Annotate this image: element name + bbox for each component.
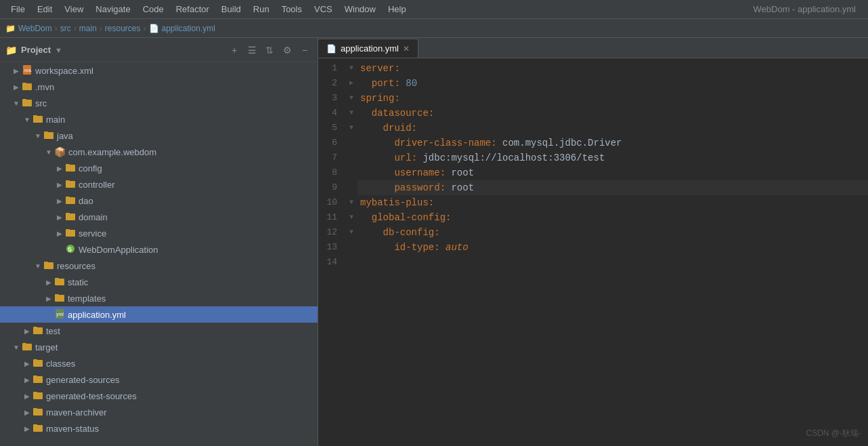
tree-arrow-workspace[interactable]: ▶: [11, 62, 22, 79]
tree-arrow-controller[interactable]: ▶: [54, 176, 65, 192]
tree-item-dao[interactable]: ▶dao: [0, 192, 318, 209]
line-num-13: 13: [322, 240, 337, 255]
breadcrumb-src[interactable]: src: [60, 24, 71, 33]
menu-code[interactable]: Code: [137, 2, 169, 16]
tree-arrow-resources[interactable]: ▼: [32, 258, 43, 274]
tree-icon-application.yml: yml: [54, 308, 65, 321]
tree-item-test[interactable]: ▶test: [0, 323, 318, 339]
tree-arrow-src[interactable]: ▼: [11, 95, 22, 111]
tree-arrow-service[interactable]: ▶: [54, 225, 65, 241]
code-area[interactable]: 1234567891011121314 ▼▶▼▼▼▼▼▼ server: por…: [318, 58, 868, 446]
code-line-6[interactable]: driver-class-name: com.mysql.jdbc.Driver: [357, 136, 868, 150]
tree-arrow-generated-test-sources[interactable]: ▶: [22, 388, 32, 404]
tree-item-maven-status[interactable]: ▶maven-status: [0, 420, 318, 437]
menu-help[interactable]: Help: [383, 2, 412, 16]
code-line-4[interactable]: datasource:: [357, 106, 868, 121]
menu-run[interactable]: Run: [248, 2, 275, 16]
code-line-1[interactable]: server:: [357, 61, 868, 76]
breadcrumb-webdom[interactable]: WebDom: [18, 24, 52, 33]
layout-button[interactable]: ☰: [244, 43, 259, 58]
tree-arrow-templates[interactable]: ▶: [43, 290, 54, 306]
code-line-14[interactable]: [357, 255, 868, 270]
code-line-9[interactable]: password: root: [357, 180, 868, 195]
tab-application-yml[interactable]: 📄 application.yml ✕: [318, 39, 418, 58]
tree-item-com.example.webdom[interactable]: ▼📦com.example.webdom: [0, 144, 318, 160]
code-line-10[interactable]: mybatis-plus:: [357, 195, 868, 210]
tree-item-maven-archiver[interactable]: ▶maven-archiver: [0, 404, 318, 420]
code-line-7[interactable]: url: jdbc:mysql://localhost:3306/test: [357, 150, 868, 165]
tree-arrow-main[interactable]: ▼: [22, 111, 32, 127]
menu-refactor[interactable]: Refactor: [171, 2, 215, 16]
breadcrumb-resources[interactable]: resources: [105, 24, 141, 33]
menu-vcs[interactable]: VCS: [309, 2, 338, 16]
breadcrumb-main[interactable]: main: [79, 24, 97, 33]
tree-arrow-dao[interactable]: ▶: [54, 192, 65, 209]
tree-item-java[interactable]: ▼java: [0, 127, 318, 144]
tree-item-src[interactable]: ▼src: [0, 95, 318, 111]
add-button[interactable]: +: [227, 43, 242, 58]
tree-item-generated-sources[interactable]: ▶generated-sources: [0, 371, 318, 388]
menu-tools[interactable]: Tools: [276, 2, 307, 16]
fold-icon-12[interactable]: ▼: [345, 225, 357, 240]
menu-window[interactable]: Window: [339, 2, 381, 16]
menu-edit[interactable]: Edit: [32, 2, 58, 16]
code-line-2[interactable]: port: 80: [357, 76, 868, 91]
tree-item-service[interactable]: ▶service: [0, 225, 318, 241]
tree-arrow-mvn[interactable]: ▶: [11, 79, 22, 95]
fold-icon-4[interactable]: ▼: [345, 106, 357, 121]
svg-rect-41: [33, 408, 37, 410]
svg-rect-11: [66, 164, 70, 166]
tree-icon-com.example.webdom: 📦: [54, 146, 66, 157]
menu-view[interactable]: View: [59, 2, 89, 16]
tree-arrow-domain[interactable]: ▶: [54, 209, 65, 225]
fold-icon-3[interactable]: ▼: [345, 91, 357, 106]
tree-arrow-com.example.webdom[interactable]: ▼: [43, 144, 54, 160]
tree-arrow-java[interactable]: ▼: [32, 127, 43, 144]
tree-arrow-maven-archiver[interactable]: ▶: [22, 404, 32, 420]
fold-icon-1[interactable]: ▼: [345, 61, 357, 76]
code-line-3[interactable]: spring:: [357, 91, 868, 106]
code-line-11[interactable]: global-config:: [357, 210, 868, 225]
code-lines[interactable]: server: port: 80spring: datasource: drui…: [357, 58, 868, 446]
tree-item-domain[interactable]: ▶domain: [0, 209, 318, 225]
tree-arrow-test[interactable]: ▶: [22, 323, 32, 339]
breadcrumb-filename[interactable]: application.yml: [162, 24, 215, 33]
fold-icon-11[interactable]: ▼: [345, 210, 357, 225]
token-key: id-type:: [394, 240, 439, 255]
fold-icon-2[interactable]: ▶: [345, 76, 357, 91]
tree-item-WebDomApplication[interactable]: SWebDomApplication: [0, 241, 318, 258]
tree-arrow-generated-sources[interactable]: ▶: [22, 371, 32, 388]
fold-icon-10[interactable]: ▼: [345, 195, 357, 210]
tree-item-application.yml[interactable]: ymlapplication.yml: [0, 306, 318, 323]
tab-close-icon[interactable]: ✕: [403, 44, 410, 54]
dropdown-arrow[interactable]: ▼: [55, 46, 62, 54]
tree-arrow-classes[interactable]: ▶: [22, 355, 32, 371]
code-line-5[interactable]: druid:: [357, 121, 868, 136]
code-line-12[interactable]: db-config:: [357, 225, 868, 240]
sort-button[interactable]: ⇅: [262, 43, 277, 58]
code-line-8[interactable]: username: root: [357, 165, 868, 180]
tree-item-workspace[interactable]: ▶XMLworkspace.xml: [0, 62, 318, 79]
tree-item-classes[interactable]: ▶classes: [0, 355, 318, 371]
code-line-13[interactable]: id-type: auto: [357, 240, 868, 255]
tree-item-templates[interactable]: ▶templates: [0, 290, 318, 306]
tree-item-mvn[interactable]: ▶.mvn: [0, 79, 318, 95]
tree-item-static[interactable]: ▶static: [0, 274, 318, 290]
tree-arrow-static[interactable]: ▶: [43, 274, 54, 290]
tree-item-target[interactable]: ▼target: [0, 339, 318, 355]
menu-navigate[interactable]: Navigate: [90, 2, 135, 16]
tree-item-controller[interactable]: ▶controller: [0, 176, 318, 192]
gear-button[interactable]: ⚙: [280, 43, 295, 58]
tree-item-resources[interactable]: ▼resources: [0, 258, 318, 274]
minimize-button[interactable]: −: [297, 43, 312, 58]
tree-item-generated-test-sources[interactable]: ▶generated-test-sources: [0, 388, 318, 404]
menu-file[interactable]: File: [5, 2, 30, 16]
fold-gutter[interactable]: ▼▶▼▼▼▼▼▼: [345, 58, 357, 446]
tree-item-config[interactable]: ▶config: [0, 160, 318, 176]
tree-arrow-target[interactable]: ▼: [11, 339, 22, 355]
tree-item-main[interactable]: ▼main: [0, 111, 318, 127]
fold-icon-5[interactable]: ▼: [345, 121, 357, 136]
tree-arrow-maven-status[interactable]: ▶: [22, 420, 32, 437]
menu-build[interactable]: Build: [216, 2, 246, 16]
tree-arrow-config[interactable]: ▶: [54, 160, 65, 176]
